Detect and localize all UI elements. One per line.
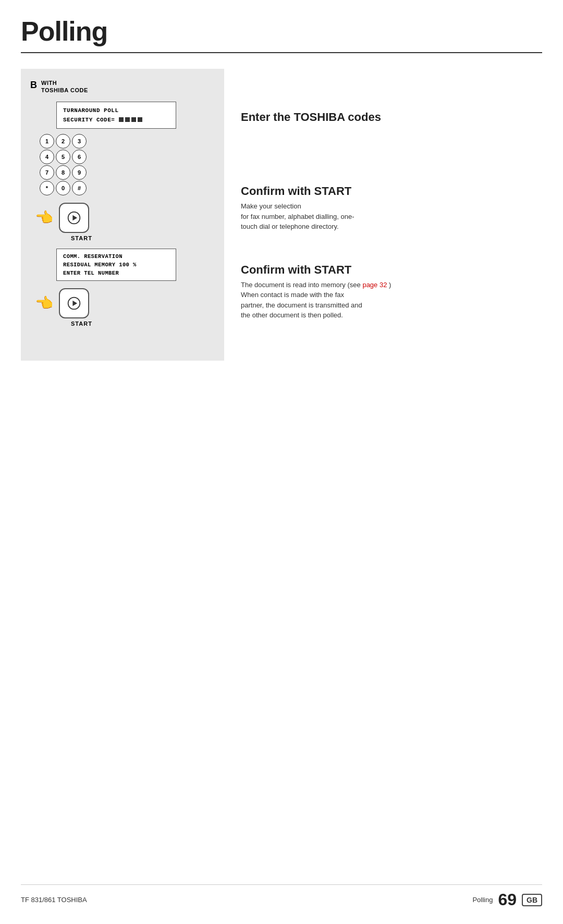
comm-line-3: ENTER TEL NUMBER [63,270,169,276]
start-button-2[interactable] [59,288,89,318]
keypad: 1 2 3 4 5 6 7 8 9 * 0 # [40,134,215,195]
step-2-heading: Confirm with START [241,184,448,198]
footer: TF 831/861 TOSHIBA Polling 69 GB [21,884,542,909]
b-subtitle: WITH TOSHIBA CODE [41,79,88,94]
dot-3 [131,117,136,122]
keypad-row-4: * 0 # [40,181,215,195]
step-3: Confirm with START The document is read … [241,263,448,321]
left-panel: B WITH TOSHIBA CODE TURNAROUND POLL SECU… [21,69,224,361]
svg-marker-1 [72,215,77,220]
right-panel: Enter the TOSHIBA codes Confirm with STA… [224,69,448,361]
key-5[interactable]: 5 [56,150,70,164]
keypad-row-2: 4 5 6 [40,150,215,164]
step-2: Confirm with START Make your selection f… [241,184,448,232]
footer-left: TF 831/861 TOSHIBA [21,896,87,904]
key-hash[interactable]: # [72,181,87,195]
comm-line-1: COMM. RESERVATION [63,253,169,260]
step-1: Enter the TOSHIBA codes [241,110,448,127]
screen-line2: SECURITY CODE= [63,117,169,123]
step-2-subtext: Make your selection for fax number, alph… [241,201,448,232]
spacer-2 [241,232,448,263]
main-content: B WITH TOSHIBA CODE TURNAROUND POLL SECU… [21,69,542,361]
footer-right: Polling 69 GB [472,890,542,909]
action-row-1: 👉 START [35,203,215,241]
comm-line-2: RESIDUAL MEMORY 100 % [63,262,169,268]
spacer-1 [241,127,448,184]
key-6[interactable]: 6 [72,150,87,164]
key-star[interactable]: * [40,181,54,195]
key-4[interactable]: 4 [40,150,54,164]
step-3-link[interactable]: page 32 [362,281,387,289]
step-1-heading: Enter the TOSHIBA codes [241,110,448,124]
step-3-heading: Confirm with START [241,263,448,277]
key-1[interactable]: 1 [40,134,54,149]
footer-badge: GB [522,894,542,906]
hand-icon-1: 👉 [35,209,54,226]
action-row-2: 👉 START [35,288,215,327]
start-icon-1 [67,211,81,225]
screen-line1: TURNAROUND POLL [63,107,169,114]
key-9[interactable]: 9 [72,165,87,180]
dot-1 [119,117,124,122]
keypad-row-1: 1 2 3 [40,134,215,149]
dot-2 [125,117,130,122]
key-3[interactable]: 3 [72,134,87,149]
title-divider [21,52,542,53]
page-title: Polling [0,0,563,52]
screen-dots [119,117,142,122]
b-letter: B [30,80,37,91]
step-3-subtext: The document is read into memory (see pa… [241,280,448,321]
hand-start-row-1: 👉 [35,203,89,233]
dot-4 [138,117,142,122]
start-label-1: START [71,235,92,241]
comm-box: COMM. RESERVATION RESIDUAL MEMORY 100 % … [56,249,176,281]
screen-box: TURNAROUND POLL SECURITY CODE= [56,102,176,129]
keypad-row-3: 7 8 9 [40,165,215,180]
footer-label: Polling [472,896,493,904]
key-0[interactable]: 0 [56,181,70,195]
start-icon-2 [67,296,81,311]
footer-page: 69 [498,890,517,909]
b-label-row: B WITH TOSHIBA CODE [30,79,215,94]
hand-start-row-2: 👉 [35,288,89,318]
key-2[interactable]: 2 [56,134,70,149]
key-7[interactable]: 7 [40,165,54,180]
start-button-1[interactable] [59,203,89,233]
svg-marker-3 [72,300,77,306]
hand-icon-2: 👉 [35,294,54,312]
start-label-2: START [71,321,92,327]
key-8[interactable]: 8 [56,165,70,180]
